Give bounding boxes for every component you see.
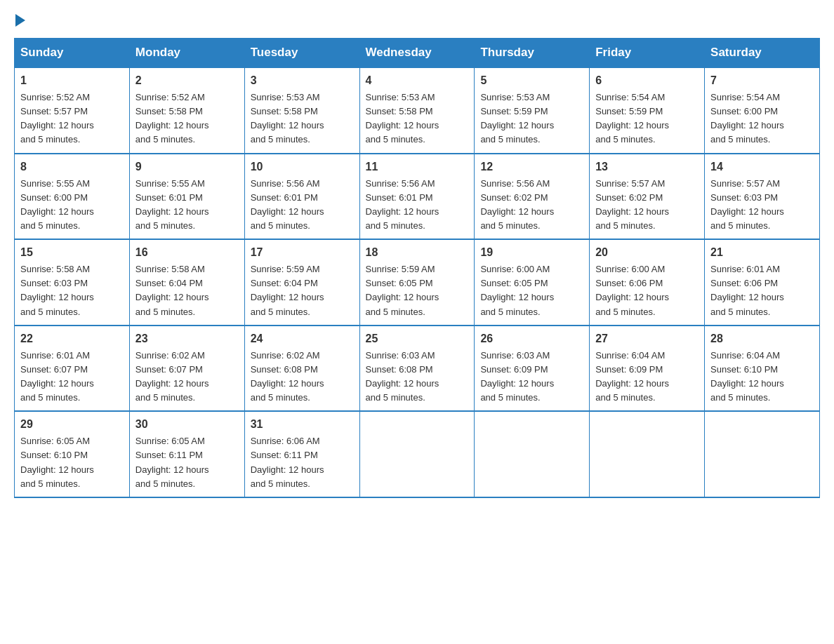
- day-number: 27: [595, 330, 699, 347]
- day-number: 28: [710, 330, 814, 347]
- day-info: Sunrise: 6:04 AMSunset: 6:09 PMDaylight:…: [595, 350, 669, 403]
- logo-arrow-icon: [15, 14, 25, 27]
- day-info: Sunrise: 5:59 AMSunset: 6:04 PMDaylight:…: [251, 264, 324, 316]
- calendar-cell: [705, 411, 820, 497]
- day-number: 21: [710, 244, 814, 261]
- day-number: 29: [20, 416, 124, 433]
- day-number: 6: [595, 72, 699, 89]
- calendar-cell: 20Sunrise: 6:00 AMSunset: 6:06 PMDayligh…: [590, 239, 705, 326]
- calendar-cell: 19Sunrise: 6:00 AMSunset: 6:05 PMDayligh…: [475, 239, 590, 326]
- calendar-cell: 11Sunrise: 5:56 AMSunset: 6:01 PMDayligh…: [359, 154, 475, 240]
- day-number: 14: [710, 159, 814, 175]
- day-info: Sunrise: 6:06 AMSunset: 6:11 PMDaylight:…: [251, 436, 324, 488]
- calendar-cell: 4Sunrise: 5:53 AMSunset: 5:58 PMDaylight…: [359, 67, 475, 154]
- header-wednesday: Wednesday: [359, 39, 475, 68]
- day-info: Sunrise: 5:58 AMSunset: 6:03 PMDaylight:…: [20, 264, 94, 316]
- day-info: Sunrise: 6:00 AMSunset: 6:06 PMDaylight:…: [595, 264, 669, 316]
- day-number: 15: [20, 244, 124, 261]
- calendar-cell: 25Sunrise: 6:03 AMSunset: 6:08 PMDayligh…: [359, 326, 475, 412]
- day-info: Sunrise: 6:04 AMSunset: 6:10 PMDaylight:…: [710, 350, 784, 403]
- day-number: 24: [251, 330, 354, 347]
- day-info: Sunrise: 6:03 AMSunset: 6:08 PMDaylight:…: [366, 350, 439, 403]
- day-number: 4: [366, 72, 469, 89]
- day-number: 13: [595, 159, 699, 175]
- calendar-cell: [590, 411, 705, 497]
- week-row-4: 22Sunrise: 6:01 AMSunset: 6:07 PMDayligh…: [15, 326, 820, 412]
- day-number: 19: [480, 244, 583, 261]
- logo: [14, 14, 27, 27]
- day-number: 9: [135, 159, 239, 175]
- calendar-cell: 1Sunrise: 5:52 AMSunset: 5:57 PMDaylight…: [15, 67, 130, 154]
- calendar-cell: 10Sunrise: 5:56 AMSunset: 6:01 PMDayligh…: [244, 154, 359, 240]
- calendar-cell: 22Sunrise: 6:01 AMSunset: 6:07 PMDayligh…: [15, 326, 130, 412]
- header-sunday: Sunday: [15, 39, 130, 68]
- calendar-cell: 14Sunrise: 5:57 AMSunset: 6:03 PMDayligh…: [705, 154, 820, 240]
- day-info: Sunrise: 5:59 AMSunset: 6:05 PMDaylight:…: [366, 264, 439, 316]
- calendar-cell: 3Sunrise: 5:53 AMSunset: 5:58 PMDaylight…: [244, 67, 359, 154]
- day-number: 30: [135, 416, 239, 433]
- day-info: Sunrise: 5:57 AMSunset: 6:03 PMDaylight:…: [710, 178, 784, 231]
- day-number: 1: [20, 72, 124, 89]
- calendar-cell: 24Sunrise: 6:02 AMSunset: 6:08 PMDayligh…: [244, 326, 359, 412]
- calendar-cell: 18Sunrise: 5:59 AMSunset: 6:05 PMDayligh…: [359, 239, 475, 326]
- calendar-cell: 7Sunrise: 5:54 AMSunset: 6:00 PMDaylight…: [705, 67, 820, 154]
- day-info: Sunrise: 5:55 AMSunset: 6:01 PMDaylight:…: [135, 178, 209, 231]
- day-number: 31: [251, 416, 354, 433]
- day-number: 11: [366, 159, 469, 175]
- day-info: Sunrise: 6:02 AMSunset: 6:08 PMDaylight:…: [251, 350, 324, 403]
- day-number: 7: [710, 72, 814, 89]
- day-info: Sunrise: 6:01 AMSunset: 6:06 PMDaylight:…: [710, 264, 784, 316]
- day-info: Sunrise: 6:03 AMSunset: 6:09 PMDaylight:…: [480, 350, 554, 403]
- day-info: Sunrise: 5:52 AMSunset: 5:57 PMDaylight:…: [20, 92, 94, 145]
- day-number: 18: [366, 244, 469, 261]
- day-info: Sunrise: 5:53 AMSunset: 5:58 PMDaylight:…: [366, 92, 439, 145]
- day-info: Sunrise: 5:56 AMSunset: 6:01 PMDaylight:…: [366, 178, 439, 231]
- calendar-cell: 16Sunrise: 5:58 AMSunset: 6:04 PMDayligh…: [129, 239, 244, 326]
- day-info: Sunrise: 5:52 AMSunset: 5:58 PMDaylight:…: [135, 92, 209, 145]
- day-number: 3: [251, 72, 354, 89]
- calendar-cell: 15Sunrise: 5:58 AMSunset: 6:03 PMDayligh…: [15, 239, 130, 326]
- header-tuesday: Tuesday: [244, 39, 359, 68]
- day-info: Sunrise: 5:54 AMSunset: 5:59 PMDaylight:…: [595, 92, 669, 145]
- calendar-cell: 9Sunrise: 5:55 AMSunset: 6:01 PMDaylight…: [129, 154, 244, 240]
- day-number: 25: [366, 330, 469, 347]
- day-info: Sunrise: 5:56 AMSunset: 6:02 PMDaylight:…: [480, 178, 554, 231]
- day-info: Sunrise: 6:02 AMSunset: 6:07 PMDaylight:…: [135, 350, 209, 403]
- day-number: 17: [251, 244, 354, 261]
- calendar-cell: 6Sunrise: 5:54 AMSunset: 5:59 PMDaylight…: [590, 67, 705, 154]
- week-row-3: 15Sunrise: 5:58 AMSunset: 6:03 PMDayligh…: [15, 239, 820, 326]
- day-number: 12: [480, 159, 583, 175]
- day-info: Sunrise: 6:05 AMSunset: 6:10 PMDaylight:…: [20, 436, 94, 488]
- day-info: Sunrise: 5:57 AMSunset: 6:02 PMDaylight:…: [595, 178, 669, 231]
- calendar-cell: 17Sunrise: 5:59 AMSunset: 6:04 PMDayligh…: [244, 239, 359, 326]
- calendar-cell: 27Sunrise: 6:04 AMSunset: 6:09 PMDayligh…: [590, 326, 705, 412]
- calendar-cell: 13Sunrise: 5:57 AMSunset: 6:02 PMDayligh…: [590, 154, 705, 240]
- header-row: Sunday Monday Tuesday Wednesday Thursday…: [15, 39, 820, 68]
- calendar-cell: 21Sunrise: 6:01 AMSunset: 6:06 PMDayligh…: [705, 239, 820, 326]
- day-number: 8: [20, 159, 124, 175]
- header-friday: Friday: [590, 39, 705, 68]
- header-monday: Monday: [129, 39, 244, 68]
- day-info: Sunrise: 5:56 AMSunset: 6:01 PMDaylight:…: [251, 178, 324, 231]
- day-info: Sunrise: 6:01 AMSunset: 6:07 PMDaylight:…: [20, 350, 94, 403]
- day-info: Sunrise: 5:54 AMSunset: 6:00 PMDaylight:…: [710, 92, 784, 145]
- day-info: Sunrise: 5:55 AMSunset: 6:00 PMDaylight:…: [20, 178, 94, 231]
- day-info: Sunrise: 5:53 AMSunset: 5:58 PMDaylight:…: [251, 92, 324, 145]
- day-number: 20: [595, 244, 699, 261]
- calendar-cell: 26Sunrise: 6:03 AMSunset: 6:09 PMDayligh…: [475, 326, 590, 412]
- day-number: 2: [135, 72, 239, 89]
- calendar-cell: 2Sunrise: 5:52 AMSunset: 5:58 PMDaylight…: [129, 67, 244, 154]
- calendar-cell: 5Sunrise: 5:53 AMSunset: 5:59 PMDaylight…: [475, 67, 590, 154]
- calendar-cell: 23Sunrise: 6:02 AMSunset: 6:07 PMDayligh…: [129, 326, 244, 412]
- header-saturday: Saturday: [705, 39, 820, 68]
- week-row-2: 8Sunrise: 5:55 AMSunset: 6:00 PMDaylight…: [15, 154, 820, 240]
- day-number: 5: [480, 72, 583, 89]
- day-info: Sunrise: 6:05 AMSunset: 6:11 PMDaylight:…: [135, 436, 209, 488]
- day-info: Sunrise: 5:58 AMSunset: 6:04 PMDaylight:…: [135, 264, 209, 316]
- calendar-cell: 29Sunrise: 6:05 AMSunset: 6:10 PMDayligh…: [15, 411, 130, 497]
- day-number: 22: [20, 330, 124, 347]
- calendar-cell: 30Sunrise: 6:05 AMSunset: 6:11 PMDayligh…: [129, 411, 244, 497]
- page-header: [14, 14, 820, 27]
- day-info: Sunrise: 6:00 AMSunset: 6:05 PMDaylight:…: [480, 264, 554, 316]
- header-thursday: Thursday: [475, 39, 590, 68]
